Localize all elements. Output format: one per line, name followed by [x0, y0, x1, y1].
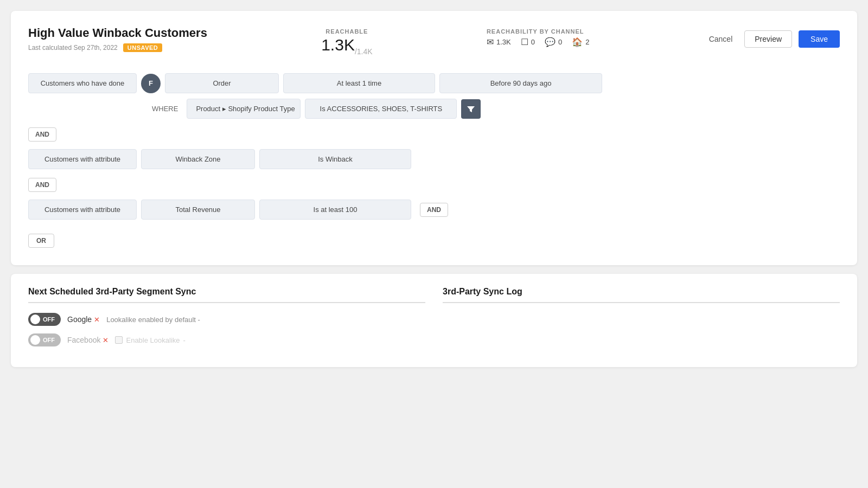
lookalike-suffix: -: [183, 336, 186, 344]
page-title: High Value Winback Customers: [28, 26, 207, 40]
channel-sms: ☐ 0: [521, 37, 535, 47]
who-condition-3[interactable]: Customers with attribute: [28, 200, 137, 220]
log-title: 3rd-Party Sync Log: [443, 287, 840, 303]
toggle-circle: [30, 314, 40, 324]
cancel-button[interactable]: Cancel: [704, 31, 738, 47]
google-toggle[interactable]: OFF: [28, 313, 61, 326]
condition-3[interactable]: Is at least 100: [259, 200, 411, 220]
push-count: 0: [558, 38, 562, 46]
toggle-text-google: OFF: [43, 316, 55, 323]
sync-title: Next Scheduled 3rd-Party Segment Sync: [28, 287, 425, 303]
filter-button[interactable]: [461, 99, 481, 119]
email-icon: ✉: [487, 37, 494, 47]
segment-row-1-where: WHERE Product ▸ Shopify Product Type Is …: [28, 99, 840, 119]
event-type-1[interactable]: Order: [165, 73, 279, 93]
push-icon: 💬: [545, 37, 556, 47]
google-remove-icon[interactable]: ✕: [94, 316, 100, 324]
facebook-lookalike-check: Enable Lookalike -: [115, 336, 185, 344]
where-label: WHERE: [148, 105, 182, 113]
sms-icon: ☐: [521, 37, 528, 47]
when-condition-1[interactable]: Before 90 days ago: [439, 73, 602, 93]
email-count: 1.3K: [496, 38, 511, 46]
preview-button[interactable]: Preview: [744, 30, 792, 48]
sync-row-google: OFF Google ✕ Lookalike enabled by defaul…: [28, 313, 425, 326]
lookalike-checkbox[interactable]: [115, 336, 123, 344]
and-inline: AND: [420, 203, 448, 217]
sms-count: 0: [531, 38, 535, 46]
sync-row-facebook: OFF Facebook ✕ Enable Lookalike -: [28, 333, 425, 346]
segment-row-3: Customers with attribute Total Revenue I…: [28, 200, 840, 220]
google-service-name: Google ✕: [67, 315, 100, 324]
direct-count: 2: [585, 38, 589, 46]
toggle-circle-fb: [30, 335, 40, 345]
and-connector-1[interactable]: AND: [28, 127, 56, 142]
log-panel: 3rd-Party Sync Log: [443, 287, 840, 354]
channel-direct: 🏠 2: [572, 37, 589, 47]
event-icon-1: F: [141, 74, 161, 93]
facebook-service-name: Facebook ✕: [67, 336, 108, 344]
who-condition-1[interactable]: Customers who have done: [28, 73, 137, 93]
segment-row-1: Customers who have done F Order At least…: [28, 73, 840, 93]
channel-push: 💬 0: [545, 37, 562, 47]
or-button[interactable]: OR: [28, 234, 54, 248]
segment-row-2: Customers with attribute Winback Zone Is…: [28, 149, 840, 169]
lookalike-label: Enable Lookalike: [126, 336, 180, 344]
where-attribute[interactable]: Product ▸ Shopify Product Type: [187, 99, 301, 119]
channel-label: REACHABILITY BY CHANNEL: [487, 28, 589, 35]
reachable-count: 1.3K/1.4K: [321, 36, 372, 56]
facebook-remove-icon[interactable]: ✕: [103, 336, 108, 344]
last-calculated: Last calculated Sep 27th, 2022: [28, 44, 118, 52]
frequency-1[interactable]: At least 1 time: [283, 73, 435, 93]
unsaved-badge: UNSAVED: [123, 43, 162, 52]
toggle-text-facebook: OFF: [43, 337, 55, 343]
direct-icon: 🏠: [572, 37, 583, 47]
facebook-toggle[interactable]: OFF: [28, 333, 61, 346]
and-connector-2[interactable]: AND: [28, 178, 56, 192]
reachable-label: REACHABLE: [326, 28, 368, 35]
save-button[interactable]: Save: [799, 30, 840, 48]
attribute-3[interactable]: Total Revenue: [141, 200, 255, 220]
google-lookalike-text: Lookalike enabled by default -: [106, 316, 200, 324]
sync-panel: Next Scheduled 3rd-Party Segment Sync OF…: [28, 287, 425, 354]
where-condition[interactable]: Is ACCESSORIES, SHOES, T-SHIRTS: [305, 99, 457, 119]
attribute-2[interactable]: Winback Zone: [141, 149, 255, 169]
condition-2[interactable]: Is Winback: [259, 149, 411, 169]
who-condition-2[interactable]: Customers with attribute: [28, 149, 137, 169]
channel-email: ✉ 1.3K: [487, 37, 511, 47]
